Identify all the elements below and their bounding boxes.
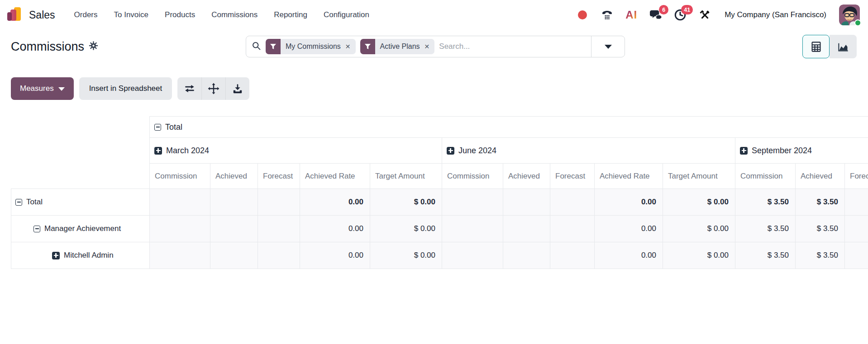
graph-view-button[interactable]	[830, 35, 857, 58]
insert-in-spreadsheet-button[interactable]: Insert in Spreadsheet	[79, 77, 172, 100]
cell[interactable]: $ 0.00	[370, 242, 442, 269]
cell[interactable]	[150, 189, 210, 216]
user-avatar[interactable]	[839, 5, 860, 25]
measure-header[interactable]: Commission	[735, 164, 796, 189]
cell[interactable]: 0.00	[300, 242, 370, 269]
cell[interactable]	[150, 216, 210, 242]
row-label: Manager Achievement	[44, 224, 121, 233]
pivot-col-total-header[interactable]: Total	[150, 117, 868, 138]
cell[interactable]: $ 0.00	[370, 189, 442, 216]
menu-item-to-invoice[interactable]: To Invoice	[114, 10, 149, 19]
measure-header[interactable]: Forecast	[258, 164, 300, 189]
measure-header[interactable]: Target Amount	[663, 164, 735, 189]
cell[interactable]	[845, 189, 868, 216]
cell[interactable]	[150, 242, 210, 269]
collapse-icon[interactable]	[154, 124, 161, 131]
measure-header[interactable]: Achieved	[503, 164, 550, 189]
developer-tools-icon[interactable]	[698, 9, 711, 21]
cell[interactable]	[442, 189, 503, 216]
search-facet-active-plans[interactable]: Active Plans ✕	[360, 39, 435, 54]
app-brand[interactable]: Sales	[7, 6, 55, 24]
cell[interactable]	[210, 216, 258, 242]
menu-item-orders[interactable]: Orders	[74, 10, 98, 19]
cell[interactable]	[210, 242, 258, 269]
facet-remove-icon[interactable]: ✕	[345, 43, 351, 50]
cell[interactable]	[845, 216, 868, 242]
download-xlsx-button[interactable]	[225, 77, 249, 100]
cell[interactable]: $ 0.00	[663, 216, 735, 242]
cell[interactable]	[550, 242, 595, 269]
menu-item-reporting[interactable]: Reporting	[274, 10, 307, 19]
pivot-view-button[interactable]	[802, 35, 830, 58]
menu-item-products[interactable]: Products	[165, 10, 195, 19]
measures-button[interactable]: Measures	[11, 77, 74, 100]
row-header-manager-achievement[interactable]: Manager Achievement	[11, 216, 150, 242]
cell[interactable]: 0.00	[300, 216, 370, 242]
expand-icon[interactable]	[52, 252, 60, 259]
pivot-col-group-june-2024[interactable]: June 2024	[442, 138, 735, 164]
menu-item-configuration[interactable]: Configuration	[324, 10, 369, 19]
record-indicator-icon[interactable]	[576, 9, 589, 21]
expand-all-button[interactable]	[201, 77, 225, 100]
expand-icon[interactable]	[447, 147, 454, 155]
messages-icon[interactable]: 6	[649, 9, 662, 21]
measure-header[interactable]: Commission	[150, 164, 210, 189]
phone-icon[interactable]	[601, 9, 613, 21]
search-input[interactable]	[439, 42, 587, 51]
measure-header[interactable]: Target Amount	[370, 164, 442, 189]
cell[interactable]	[503, 189, 550, 216]
measure-header[interactable]: Forecast	[550, 164, 595, 189]
cell[interactable]: $ 3.50	[796, 189, 845, 216]
cell[interactable]	[550, 216, 595, 242]
flip-axis-button[interactable]	[177, 77, 201, 100]
row-header-total[interactable]: Total	[11, 189, 150, 216]
search-facet-my-commissions[interactable]: My Commissions ✕	[266, 39, 356, 54]
cell[interactable]	[845, 242, 868, 269]
ai-assistant-icon[interactable]: AI	[625, 9, 638, 21]
cell[interactable]	[442, 216, 503, 242]
measures-label: Measures	[20, 84, 54, 93]
cell[interactable]	[442, 242, 503, 269]
measure-header[interactable]: Achieved	[796, 164, 845, 189]
cell[interactable]	[210, 189, 258, 216]
cell[interactable]: $ 0.00	[663, 242, 735, 269]
pivot-col-group-september-2024[interactable]: September 2024	[735, 138, 868, 164]
facet-remove-icon[interactable]: ✕	[424, 43, 430, 50]
cell[interactable]: $ 3.50	[796, 216, 845, 242]
collapse-icon[interactable]	[33, 226, 40, 232]
gear-icon[interactable]	[89, 41, 98, 52]
cell[interactable]	[258, 242, 300, 269]
company-switcher[interactable]: My Company (San Francisco)	[725, 10, 826, 19]
activities-clock-icon[interactable]: 41	[674, 9, 687, 21]
measure-header[interactable]: Achieved	[210, 164, 258, 189]
cell[interactable]	[503, 242, 550, 269]
cell[interactable]	[258, 189, 300, 216]
search-options-toggle[interactable]	[591, 36, 625, 57]
measure-header[interactable]: Achieved Rate	[300, 164, 370, 189]
cell[interactable]: $ 0.00	[663, 189, 735, 216]
cell[interactable]: 0.00	[300, 189, 370, 216]
cell[interactable]	[550, 189, 595, 216]
cell[interactable]: $ 3.50	[735, 189, 796, 216]
app-name[interactable]: Sales	[29, 9, 55, 21]
cell[interactable]	[503, 216, 550, 242]
cell[interactable]: $ 3.50	[735, 242, 796, 269]
row-header-mitchell-admin[interactable]: Mitchell Admin	[11, 242, 150, 269]
cell[interactable]: $ 0.00	[370, 216, 442, 242]
pivot-col-group-march-2024[interactable]: March 2024	[150, 138, 442, 164]
cell[interactable]: $ 3.50	[735, 216, 796, 242]
cell[interactable]: 0.00	[595, 242, 663, 269]
chevron-down-icon	[605, 45, 612, 49]
measure-header[interactable]: Forecast	[845, 164, 868, 189]
cell[interactable]: 0.00	[595, 216, 663, 242]
measure-header[interactable]: Achieved Rate	[595, 164, 663, 189]
cell[interactable]: $ 3.50	[796, 242, 845, 269]
expand-icon[interactable]	[740, 147, 748, 155]
cell[interactable]	[258, 216, 300, 242]
menu-item-commissions[interactable]: Commissions	[211, 10, 258, 19]
collapse-icon[interactable]	[15, 199, 22, 206]
control-panel: Commissions	[0, 30, 868, 63]
expand-icon[interactable]	[154, 147, 162, 155]
measure-header[interactable]: Commission	[442, 164, 503, 189]
cell[interactable]: 0.00	[595, 189, 663, 216]
